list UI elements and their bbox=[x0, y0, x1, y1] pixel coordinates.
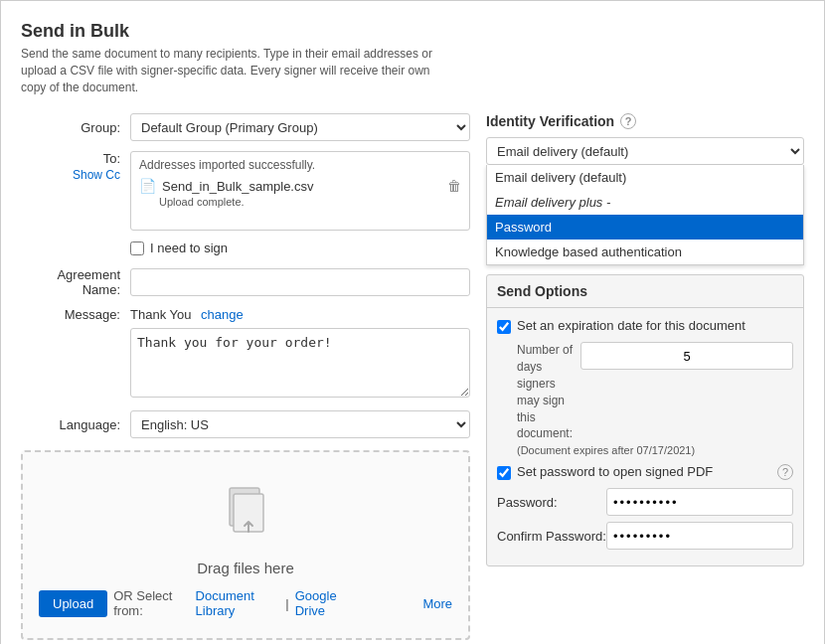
upload-complete-text: Upload complete. bbox=[159, 196, 461, 208]
send-options-box: Send Options Set an expiration date for … bbox=[486, 274, 804, 566]
agreement-name-label: Agreement Name: bbox=[21, 267, 130, 297]
send-options-spacer: Send Options Set an expiration date for … bbox=[486, 274, 804, 566]
page-subtitle: Send the same document to many recipient… bbox=[21, 46, 448, 95]
drag-files-text: Drag files here bbox=[197, 560, 294, 576]
to-row: To: Show Cc Addresses imported successfu… bbox=[21, 151, 470, 231]
message-value: Thank You bbox=[130, 307, 191, 322]
dropdown-item-kba[interactable]: Knowledge based authentication bbox=[487, 240, 803, 264]
group-select[interactable]: Default Group (Primary Group) bbox=[130, 113, 470, 141]
page-title: Send in Bulk bbox=[21, 21, 804, 42]
expires-note: (Document expires after 07/17/2021) bbox=[517, 444, 793, 456]
password-field-row: Password: bbox=[497, 488, 793, 516]
drop-zone[interactable]: Drag files here Upload OR Select from: D… bbox=[21, 450, 470, 640]
group-label: Group: bbox=[21, 120, 130, 135]
confirm-password-row: Confirm Password: bbox=[497, 522, 793, 550]
pw-label: Password: bbox=[497, 495, 606, 510]
message-textarea-row: Thank you for your order! bbox=[21, 328, 470, 401]
confirm-password-input[interactable] bbox=[606, 522, 793, 550]
dropdown-item-password[interactable]: Password bbox=[487, 215, 803, 240]
drop-files-icon bbox=[216, 480, 275, 552]
identity-help-icon[interactable]: ? bbox=[620, 113, 636, 129]
identity-dropdown-wrap: Email delivery (default) Email delivery … bbox=[486, 137, 804, 165]
dropdown-item-email-default[interactable]: Email delivery (default) bbox=[487, 165, 803, 190]
i-need-to-sign-checkbox[interactable] bbox=[130, 242, 144, 255]
addresses-box: Addresses imported successfully. 📄 Send_… bbox=[130, 151, 470, 231]
expiration-row: Set an expiration date for this document bbox=[497, 318, 793, 334]
confirm-pw-label: Confirm Password: bbox=[497, 529, 606, 544]
agreement-name-input[interactable] bbox=[130, 268, 470, 296]
main-window: Send in Bulk Send the same document to m… bbox=[0, 0, 825, 644]
language-row: Language: English: US bbox=[21, 410, 470, 438]
days-label: Number of days signers may sign this doc… bbox=[517, 342, 573, 442]
i-need-to-sign-label: I need to sign bbox=[150, 241, 228, 255]
message-label: Message: bbox=[21, 307, 130, 322]
i-need-to-sign-row: I need to sign bbox=[130, 241, 470, 255]
agreement-name-row: Agreement Name: bbox=[21, 267, 470, 297]
change-link[interactable]: change bbox=[201, 307, 244, 322]
identity-title-text: Identity Verification bbox=[486, 113, 614, 129]
send-options-body: Set an expiration date for this document… bbox=[487, 308, 803, 565]
more-link[interactable]: More bbox=[422, 596, 452, 611]
identity-select[interactable]: Email delivery (default) bbox=[486, 137, 804, 165]
delete-file-button[interactable]: 🗑 bbox=[447, 178, 461, 194]
or-text: OR Select from: bbox=[113, 588, 189, 618]
message-textarea[interactable]: Thank you for your order! bbox=[130, 328, 470, 398]
expiration-label: Set an expiration date for this document bbox=[517, 318, 793, 333]
dropdown-item-email-plus[interactable]: Email delivery plus - bbox=[487, 190, 803, 215]
password-checkbox[interactable] bbox=[497, 466, 511, 480]
google-drive-link[interactable]: Google Drive bbox=[295, 588, 358, 618]
csv-file-row: 📄 Send_in_Bulk_sample.csv 🗑 bbox=[139, 178, 461, 194]
left-panel: Group: Default Group (Primary Group) To:… bbox=[21, 113, 470, 640]
identity-title-row: Identity Verification ? bbox=[486, 113, 804, 129]
language-select[interactable]: English: US bbox=[130, 410, 470, 438]
csv-file-name: Send_in_Bulk_sample.csv bbox=[162, 179, 313, 194]
show-cc-link[interactable]: Show Cc bbox=[21, 168, 120, 182]
group-row: Group: Default Group (Primary Group) bbox=[21, 113, 470, 141]
days-input[interactable] bbox=[580, 342, 793, 370]
to-label: To: bbox=[21, 151, 120, 166]
identity-section: Identity Verification ? Email delivery (… bbox=[486, 113, 804, 165]
identity-dropdown-overlay: Email delivery (default) Email delivery … bbox=[486, 165, 804, 265]
message-row: Message: Thank You change bbox=[21, 307, 470, 322]
expiration-checkbox[interactable] bbox=[497, 320, 511, 334]
drop-actions: Upload OR Select from: Document Library … bbox=[39, 588, 452, 618]
addresses-success-text: Addresses imported successfully. bbox=[139, 158, 461, 172]
password-option-row: Set password to open signed PDF ? bbox=[497, 464, 793, 480]
right-panel: Identity Verification ? Email delivery (… bbox=[486, 113, 804, 640]
password-option-label: Set password to open signed PDF bbox=[517, 464, 771, 479]
password-input[interactable] bbox=[606, 488, 793, 516]
password-help-icon[interactable]: ? bbox=[777, 464, 793, 480]
document-library-link[interactable]: Document Library bbox=[196, 588, 280, 618]
days-row: Number of days signers may sign this doc… bbox=[517, 342, 793, 442]
language-label: Language: bbox=[21, 417, 130, 432]
upload-button[interactable]: Upload bbox=[39, 590, 107, 617]
send-options-title: Send Options bbox=[487, 275, 803, 308]
csv-file-icon: 📄 bbox=[139, 178, 156, 194]
